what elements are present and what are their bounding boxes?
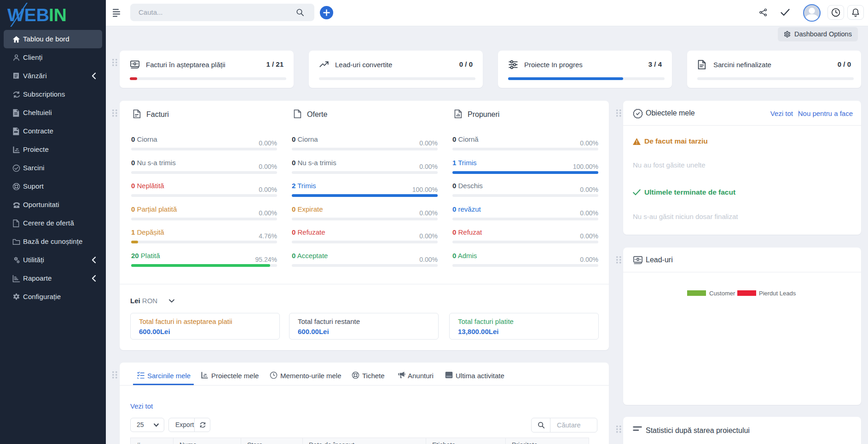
svg-text:IN: IN xyxy=(49,5,67,25)
